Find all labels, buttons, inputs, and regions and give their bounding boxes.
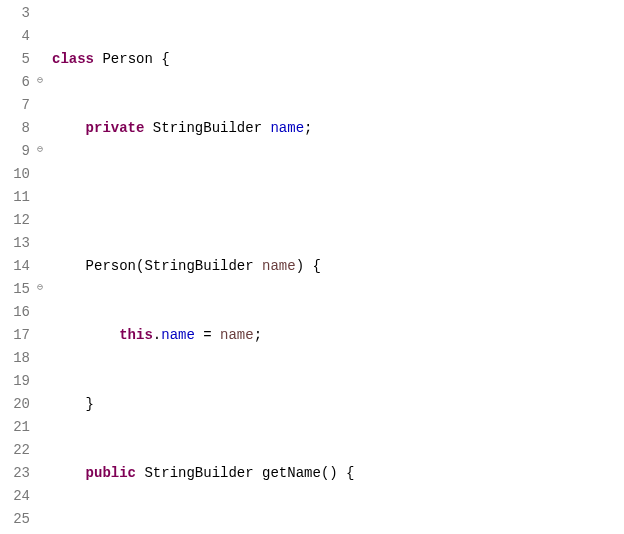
semicolon: ; [304,120,312,136]
line-number: 4 [0,25,30,48]
fold-icon[interactable]: ⊖ [32,283,43,294]
code-line: public StringBuilder getName() { [52,462,497,485]
line-number: 8 [0,117,30,140]
brace: { [161,51,169,67]
line-number: 20 [0,393,30,416]
line-number: 10 [0,163,30,186]
fold-icon[interactable]: ⊖ [32,76,43,87]
line-number: 9⊖ [0,140,30,163]
field-name: name [270,120,304,136]
line-number: 13 [0,232,30,255]
paren: ) [329,465,337,481]
type-name: StringBuilder [144,258,253,274]
param-name: name [262,258,296,274]
line-number: 18 [0,347,30,370]
keyword: this [119,327,153,343]
line-number: 15⊖ [0,278,30,301]
punct [144,120,152,136]
keyword: public [86,465,136,481]
constructor-name: Person [86,258,136,274]
code-line: private StringBuilder name; [52,117,497,140]
brace: { [346,465,354,481]
line-number: 23 [0,462,30,485]
keyword: class [52,51,94,67]
punct [338,465,346,481]
field-name: name [161,327,195,343]
punct [153,51,161,67]
code-area: class Person { private StringBuilder nam… [34,2,497,534]
punct [195,327,203,343]
punct [212,327,220,343]
line-number: 25 [0,508,30,531]
line-number: 3 [0,2,30,25]
line-number: 17 [0,324,30,347]
line-number: 11 [0,186,30,209]
keyword: private [86,120,145,136]
method-name: getName [262,465,321,481]
equals: = [203,327,211,343]
code-line: class Person { [52,48,497,71]
punct [254,258,262,274]
fold-icon[interactable]: ⊖ [32,145,43,156]
line-number: 19 [0,370,30,393]
var-name: name [220,327,254,343]
paren: ) [296,258,304,274]
line-number: 7 [0,94,30,117]
code-line: this.name = name; [52,324,497,347]
code-line [52,186,497,209]
line-number: 16 [0,301,30,324]
line-number: 5 [0,48,30,71]
semicolon: ; [254,327,262,343]
code-line: Person(StringBuilder name) { [52,255,497,278]
code-editor: 3456⊖789⊖101112131415⊖161718192021222324… [0,0,624,534]
punct [254,465,262,481]
brace: { [312,258,320,274]
line-number: 14 [0,255,30,278]
line-number: 21 [0,416,30,439]
brace: } [86,396,94,412]
code-line: } [52,393,497,416]
line-number-gutter: 3456⊖789⊖101112131415⊖161718192021222324… [0,2,34,534]
line-number: 24 [0,485,30,508]
type-name: StringBuilder [153,120,262,136]
type-name: Person [102,51,152,67]
line-number: 6⊖ [0,71,30,94]
line-number: 12 [0,209,30,232]
type-name: StringBuilder [144,465,253,481]
line-number: 22 [0,439,30,462]
dot: . [153,327,161,343]
